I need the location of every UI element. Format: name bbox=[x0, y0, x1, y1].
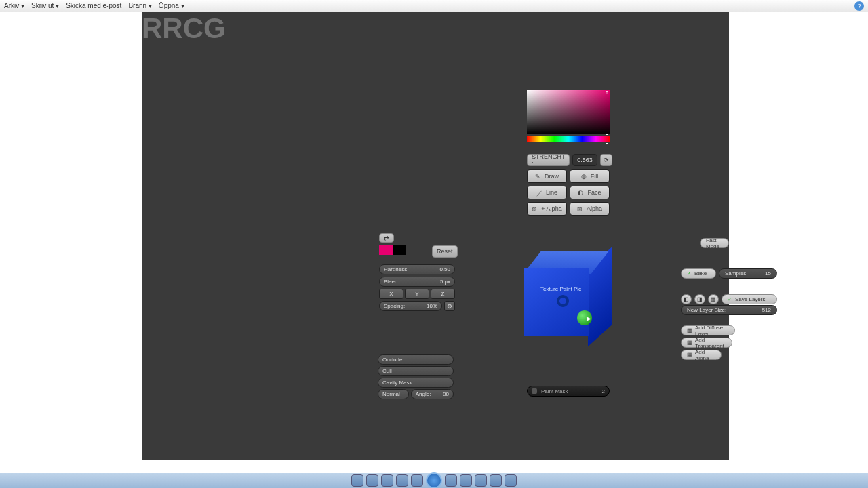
normal-toggle[interactable]: Normal bbox=[378, 389, 409, 399]
cull-toggle[interactable]: Cull bbox=[378, 366, 454, 376]
alpha-icon bbox=[577, 205, 584, 212]
strength-value[interactable]: 0.563 bbox=[572, 154, 597, 166]
menu-brann[interactable]: Bränn ▾ bbox=[128, 2, 151, 9]
axis-y-button[interactable]: Y bbox=[405, 289, 429, 299]
spacing-settings-icon[interactable]: ⚙ bbox=[444, 301, 455, 311]
paint-mask-icon bbox=[532, 388, 537, 394]
spacing-slider[interactable]: Spacing:10% bbox=[379, 301, 442, 311]
help-icon[interactable]: ? bbox=[854, 1, 864, 11]
viewer-frame: RRCG STRENGHT : 0.563 ⟳ Draw Fill Line F… bbox=[23, 12, 845, 473]
menu-skrivut[interactable]: Skriv ut ▾ bbox=[31, 2, 59, 9]
taskbar-icon[interactable] bbox=[396, 474, 408, 487]
fast-mode-button[interactable]: Fast Mode bbox=[700, 238, 729, 248]
draw-button[interactable]: Draw bbox=[527, 169, 567, 183]
axis-x-button[interactable]: X bbox=[379, 289, 403, 299]
taskbar-icon[interactable] bbox=[351, 474, 363, 487]
menubar: Arkiv ▾ Skriv ut ▾ Skicka med e-post Brä… bbox=[0, 0, 868, 12]
left-sliders: Hardness:0.50 Bleed :5 px X Y Z Spacing:… bbox=[379, 264, 455, 313]
bake-button[interactable]: Bake bbox=[681, 268, 716, 279]
swatch-row bbox=[379, 245, 406, 255]
cavity-mask-toggle[interactable]: Cavity Mask bbox=[378, 378, 454, 388]
add-transparent-button[interactable]: ▦ Add Transparent bbox=[681, 338, 732, 348]
color-sv-marker[interactable] bbox=[606, 92, 608, 94]
line-icon bbox=[536, 189, 543, 196]
viewport-canvas[interactable]: RRCG STRENGHT : 0.563 ⟳ Draw Fill Line F… bbox=[142, 12, 729, 460]
strength-row: STRENGHT : 0.563 ⟳ bbox=[527, 154, 610, 166]
left-swatch-panel: ⇄ Reset bbox=[379, 233, 455, 255]
reset-button[interactable]: Reset bbox=[432, 245, 458, 258]
taskbar-icon[interactable] bbox=[490, 474, 502, 487]
menu-skicka[interactable]: Skicka med e-post bbox=[66, 2, 121, 9]
save-icon-2[interactable]: ◨ bbox=[694, 294, 705, 304]
brush-cursor-ring bbox=[557, 295, 569, 307]
taskbar-icon[interactable] bbox=[460, 474, 472, 487]
fill-button[interactable]: Fill bbox=[570, 169, 610, 183]
taskbar-icon[interactable] bbox=[366, 474, 378, 487]
cursor-icon: ➤ bbox=[585, 314, 591, 323]
face-icon bbox=[578, 189, 585, 196]
add-diffuse-button[interactable]: ▦ Add Diffuse Layer bbox=[681, 325, 735, 336]
samples-field[interactable]: Samples:15 bbox=[719, 268, 777, 279]
check-icon bbox=[687, 270, 692, 277]
alpha-button[interactable]: Alpha bbox=[570, 202, 610, 216]
fill-icon bbox=[581, 173, 588, 180]
hardness-slider[interactable]: Hardness:0.50 bbox=[379, 264, 455, 274]
swatch-secondary[interactable] bbox=[393, 245, 406, 255]
cube-label: Texture Paint Pie bbox=[540, 286, 581, 292]
bake-row: Bake Samples:15 bbox=[681, 266, 777, 281]
scene-cube[interactable]: Texture Paint Pie ➤ bbox=[523, 251, 611, 342]
strength-toggle-icon[interactable]: ⟳ bbox=[600, 154, 612, 166]
save-icon-3[interactable]: ▦ bbox=[708, 294, 719, 304]
save-row: ◧ ◨ ▦ Save Layers bbox=[681, 291, 777, 306]
color-picker bbox=[527, 90, 610, 142]
swatch-primary[interactable] bbox=[379, 245, 393, 255]
taskbar-icon[interactable] bbox=[381, 474, 393, 487]
save-icon-1[interactable]: ◧ bbox=[681, 294, 692, 304]
plus-alpha-button[interactable]: + Alpha bbox=[527, 202, 567, 216]
fast-mode-row: Fast Mode bbox=[700, 238, 729, 250]
color-sv-field[interactable] bbox=[527, 90, 610, 134]
taskbar bbox=[0, 473, 868, 488]
angle-slider[interactable]: Angle:80 bbox=[411, 389, 454, 399]
taskbar-icon[interactable] bbox=[445, 474, 457, 487]
new-layer-size-field[interactable]: New Layer Size:512 bbox=[681, 305, 777, 315]
swap-icon[interactable]: ⇄ bbox=[379, 233, 394, 243]
taskbar-icon[interactable] bbox=[411, 474, 423, 487]
check-icon bbox=[728, 296, 732, 302]
axis-z-button[interactable]: Z bbox=[431, 289, 455, 299]
tool-grid: Draw Fill Line Face + Alpha Alpha bbox=[527, 167, 610, 216]
taskbar-icon[interactable] bbox=[475, 474, 487, 487]
left-lower-panel: Occlude Cull Cavity Mask Normal Angle:80 bbox=[378, 354, 454, 401]
paint-mask-bar[interactable]: Paint Mask 2 bbox=[527, 386, 610, 396]
axis-buttons: X Y Z bbox=[379, 289, 455, 299]
pencil-icon bbox=[535, 173, 542, 180]
plus-alpha-icon bbox=[532, 205, 538, 212]
occlude-toggle[interactable]: Occlude bbox=[378, 354, 454, 365]
add-alpha-button[interactable]: ▦ Add Alpha bbox=[681, 350, 722, 360]
save-layers-button[interactable]: Save Layers bbox=[722, 294, 777, 304]
taskbar-center-icon[interactable] bbox=[426, 472, 442, 488]
paint-mask-label: Paint Mask bbox=[541, 388, 568, 394]
line-button[interactable]: Line bbox=[527, 186, 567, 199]
paint-mask-count: 2 bbox=[602, 388, 605, 394]
add-layer-buttons: ▦ Add Diffuse Layer ▦ Add Transparent ▦ … bbox=[681, 325, 777, 362]
color-hue-slider[interactable] bbox=[527, 136, 610, 142]
bleed-slider[interactable]: Bleed :5 px bbox=[379, 277, 455, 287]
watermark-rrcg: RRCG bbox=[142, 12, 729, 45]
new-layer-row: New Layer Size:512 bbox=[681, 305, 777, 317]
strength-label: STRENGHT : bbox=[527, 154, 570, 166]
menu-oppna[interactable]: Öppna ▾ bbox=[159, 2, 184, 9]
hue-marker[interactable] bbox=[606, 134, 608, 144]
menu-arkiv[interactable]: Arkiv ▾ bbox=[4, 2, 24, 9]
face-button[interactable]: Face bbox=[570, 186, 610, 199]
taskbar-icon[interactable] bbox=[505, 474, 517, 487]
